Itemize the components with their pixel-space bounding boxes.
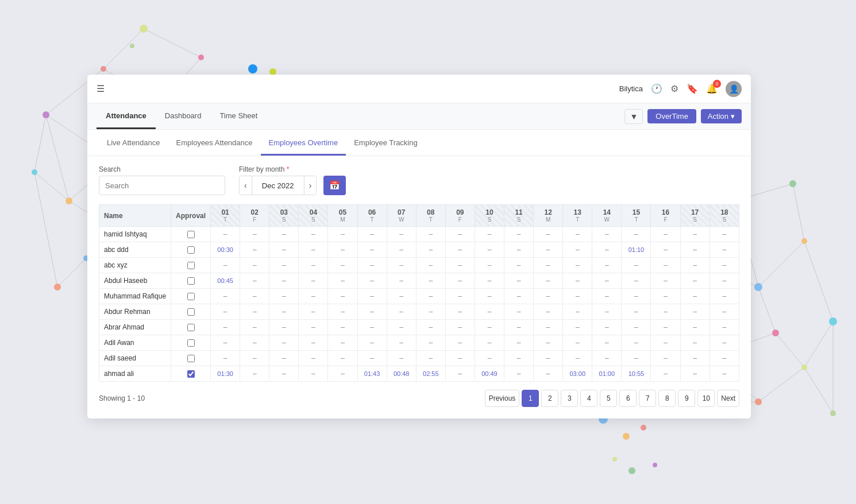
table-row: Adil saeed –––––––––––––––––– — [99, 351, 739, 366]
page-button-7[interactable]: 7 — [639, 390, 656, 407]
employee-name: Abdul Haseeb — [99, 273, 171, 289]
table-row: Abdur Rehman –––––––––––––––––– — [99, 304, 739, 320]
prev-page-button[interactable]: Previous — [485, 390, 520, 407]
table-footer: Showing 1 - 10 Previous 1 2 3 4 5 6 7 8 … — [99, 382, 739, 409]
approval-checkbox[interactable] — [187, 339, 195, 347]
col-header-15: 15T — [622, 205, 651, 227]
clock-icon[interactable]: 🕐 — [651, 83, 662, 94]
brand-name: Bilytica — [619, 84, 643, 93]
day-time: 03:00 — [563, 366, 592, 382]
svg-line-17 — [57, 258, 86, 287]
svg-line-50 — [804, 367, 833, 413]
pagination: Previous 1 2 3 4 5 6 7 8 9 10 Next — [485, 390, 739, 407]
page-button-4[interactable]: 4 — [580, 390, 597, 407]
sub-nav-employee-tracking[interactable]: Employee Tracking — [346, 138, 426, 156]
month-value: Dec 2022 — [252, 176, 304, 195]
sub-nav-employees-attendance[interactable]: Employees Attendance — [168, 138, 261, 156]
col-header-11: 11S — [504, 205, 534, 227]
approval-checkbox[interactable] — [187, 370, 195, 378]
table-row: Abrar Ahmad –––––––––––––––––– — [99, 320, 739, 335]
approval-checkbox[interactable] — [187, 308, 195, 316]
page-button-2[interactable]: 2 — [541, 390, 558, 407]
svg-point-62 — [755, 398, 762, 405]
col-header-14: 14W — [592, 205, 622, 227]
svg-point-25 — [140, 25, 148, 33]
tab-attendance[interactable]: Attendance — [97, 103, 156, 129]
employee-name: Adil saeed — [99, 351, 171, 366]
svg-point-55 — [801, 238, 807, 244]
calendar-button[interactable]: 📅 — [323, 176, 346, 195]
overtime-button[interactable]: OverTime — [647, 109, 696, 123]
table-row: Adil Awan –––––––––––––––––– — [99, 335, 739, 351]
page-button-6[interactable]: 6 — [619, 390, 637, 407]
hamburger-menu-icon[interactable]: ☰ — [97, 83, 105, 94]
svg-point-24 — [198, 55, 204, 60]
table-row: abc xyz –––––––––––––––––– — [99, 258, 739, 273]
month-prev-button[interactable]: ‹ — [240, 176, 252, 195]
approval-checkbox[interactable] — [187, 246, 195, 254]
svg-point-69 — [628, 467, 635, 474]
col-header-03: 03S — [269, 205, 299, 227]
search-group: Search — [99, 165, 225, 195]
tab-timesheet[interactable]: Time Sheet — [210, 103, 267, 129]
svg-line-37 — [793, 184, 804, 241]
col-header-01: 01T — [211, 205, 240, 227]
filter-month-label: Filter by month * — [239, 165, 346, 173]
day-time: 00:49 — [475, 366, 504, 382]
approval-cell — [171, 258, 211, 273]
col-header-approval: Approval — [171, 205, 211, 227]
approval-checkbox[interactable] — [187, 324, 195, 331]
page-button-10[interactable]: 10 — [697, 390, 715, 407]
filter-button[interactable]: ▼ — [624, 109, 643, 124]
approval-cell — [171, 242, 211, 258]
notification-badge: 0 — [713, 80, 721, 88]
svg-point-20 — [101, 66, 106, 72]
page-button-5[interactable]: 5 — [600, 390, 617, 407]
col-header-06: 06T — [357, 205, 387, 227]
svg-point-58 — [772, 329, 779, 336]
action-button[interactable]: Action ▾ — [701, 109, 742, 123]
approval-checkbox[interactable] — [187, 355, 195, 362]
sub-nav-employees-overtime[interactable]: Employees Overtime — [261, 138, 346, 156]
sub-nav-live-attendance[interactable]: Live Attendance — [99, 138, 168, 156]
page-button-3[interactable]: 3 — [561, 390, 578, 407]
content-area: Search Filter by month * ‹ Dec 2022 › 📅 — [87, 156, 751, 418]
svg-line-42 — [776, 333, 804, 367]
approval-checkbox[interactable] — [187, 277, 195, 285]
svg-point-31 — [54, 284, 61, 290]
table-row: ahmad ali 01:30 – – – – 01:43 00:48 02:5… — [99, 366, 739, 382]
col-header-07: 07W — [387, 205, 416, 227]
col-header-04: 04S — [299, 205, 328, 227]
approval-cell — [171, 335, 211, 351]
notification-bell-icon[interactable]: 🔔 0 — [706, 83, 718, 94]
avatar[interactable]: 👤 — [726, 81, 742, 97]
bookmark-icon[interactable]: 🔖 — [687, 83, 698, 94]
svg-line-18 — [34, 172, 57, 287]
employee-name: abc ddd — [99, 242, 171, 258]
employee-name: Abdur Rehman — [99, 304, 171, 320]
approval-cell — [171, 366, 211, 382]
employee-name: hamid Ishtyaq — [99, 227, 171, 242]
search-input[interactable] — [99, 176, 225, 195]
next-page-button[interactable]: Next — [717, 390, 739, 407]
col-header-08: 08T — [416, 205, 445, 227]
col-header-10: 10S — [475, 205, 504, 227]
approval-checkbox[interactable] — [187, 262, 195, 269]
tab-dashboard[interactable]: Dashboard — [156, 103, 211, 129]
page-button-8[interactable]: 8 — [658, 390, 676, 407]
svg-point-63 — [830, 410, 836, 416]
col-header-18: 18S — [710, 205, 739, 227]
month-next-button[interactable]: › — [304, 176, 317, 195]
svg-line-41 — [758, 287, 776, 333]
page-button-9[interactable]: 9 — [678, 390, 695, 407]
main-nav-tabs: Attendance Dashboard Time Sheet — [97, 103, 267, 129]
approval-checkbox[interactable] — [187, 231, 195, 238]
svg-point-54 — [754, 283, 762, 291]
svg-line-44 — [804, 241, 833, 321]
svg-line-36 — [758, 241, 804, 287]
page-button-1[interactable]: 1 — [522, 390, 539, 407]
svg-point-56 — [789, 180, 796, 187]
app-window: ☰ Bilytica 🕐 ⚙ 🔖 🔔 0 👤 Attendance Dashbo… — [87, 75, 751, 418]
approval-checkbox[interactable] — [187, 293, 195, 300]
gear-icon[interactable]: ⚙ — [670, 83, 678, 94]
